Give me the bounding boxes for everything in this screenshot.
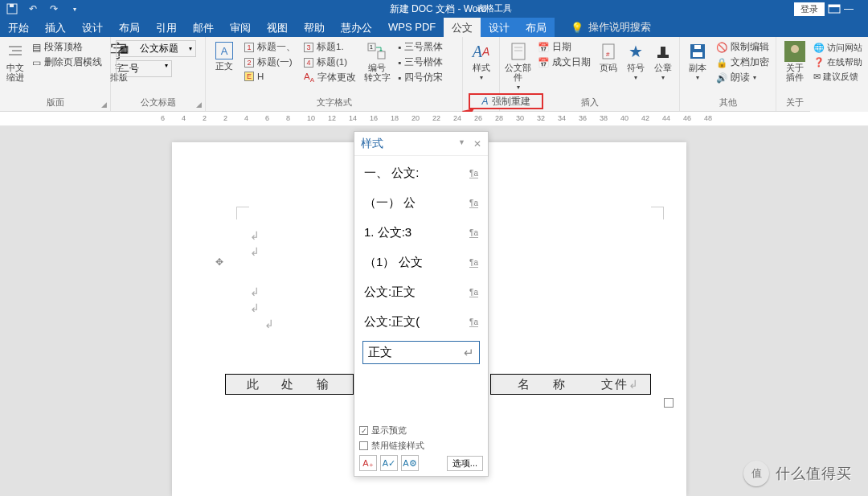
tab-huibangong[interactable]: 慧办公 (333, 18, 380, 37)
font-hei3-button[interactable]: ▪三号黑体 (396, 40, 444, 54)
style-item[interactable]: 公文:正文¶a (362, 281, 480, 303)
force-rebuild-button[interactable]: A 强制重建 (469, 93, 543, 109)
font-fang4-button[interactable]: ▪四号仿宋 (396, 71, 444, 84)
issue-date-button[interactable]: 📅成文日期 (536, 55, 592, 69)
minimize-icon[interactable]: — (844, 3, 863, 14)
globe-icon: 🌐 (813, 43, 825, 53)
body-text-button[interactable]: A 正文 (211, 40, 238, 71)
page-number-button[interactable]: # 页码 (597, 40, 620, 72)
table-resize-handle[interactable] (664, 398, 674, 408)
gw-title-dropdown[interactable]: ▦公文标题▾ (116, 40, 196, 57)
gw-parts-button[interactable]: 公文部件▾ (505, 40, 531, 91)
heading-paren1n-button[interactable]: 4标题(1) (302, 55, 358, 69)
table-cell-mid[interactable]: 名 称 (490, 374, 595, 395)
table-cell-right[interactable]: 文件↲ (595, 374, 651, 395)
show-preview-checkbox[interactable]: ✓显示预览 (359, 424, 483, 437)
table-move-handle[interactable]: ✥ (215, 256, 223, 268)
close-icon[interactable]: ✕ (473, 138, 481, 150)
h-highlight-button[interactable]: EH (243, 71, 297, 82)
style-item[interactable]: 一、 公文:¶a (362, 162, 480, 184)
avatar-icon (784, 42, 806, 61)
tab-mailings[interactable]: 邮件 (185, 18, 222, 37)
about-label: 关于 插件 (786, 63, 804, 82)
qat-save-icon[interactable] (5, 2, 19, 15)
encrypt-button[interactable]: 🔒文档加密 (714, 55, 771, 69)
ribbon-options-icon[interactable] (828, 4, 841, 14)
tab-references[interactable]: 引用 (148, 18, 185, 37)
style-item[interactable]: （1） 公文¶a (362, 252, 480, 273)
style-item[interactable]: （一） 公¶a (362, 192, 480, 214)
dot-icon: ▪ (398, 73, 401, 83)
style-inspector-button[interactable]: A✓ (380, 455, 398, 471)
about-plugin-button[interactable]: 关于 插件 (781, 40, 808, 82)
group-text-format: A 正文 1标题一、 2标题(一) EH 3标题1. 4标题(1) AA字体更改… (206, 37, 463, 111)
style-item[interactable]: 公文:正文(¶a (362, 311, 480, 333)
heading-paren1-button[interactable]: 2标题(一) (243, 55, 297, 69)
styles-button[interactable]: AA 样式 ▾ (468, 40, 494, 81)
online-help-link[interactable]: ❓在线帮助 (813, 56, 862, 68)
new-style-button[interactable]: A₊ (359, 455, 377, 471)
right-rail: 🌐访问网站 ❓在线帮助 ✉建议反馈 (810, 37, 868, 112)
chinese-indent-button[interactable]: 中文 缩进 (5, 40, 26, 82)
tab-table-layout[interactable]: 布局 (518, 18, 555, 37)
font-icon: AA (304, 72, 314, 84)
feedback-link[interactable]: ✉建议反馈 (813, 71, 858, 83)
numbering-convert-button[interactable]: 1 编号 转文字 (362, 40, 391, 82)
font-size-dropdown[interactable]: 二号▾ (116, 60, 172, 77)
paragraph-top-button[interactable]: ▤段落顶格 (31, 40, 104, 54)
group-other: 副本▾ 🚫限制编辑 🔒文档加密 🔊朗读▾ 其他 (680, 37, 776, 111)
manage-styles-button[interactable]: A⚙ (401, 455, 419, 471)
body-label: 正文 (215, 61, 233, 71)
heading-1dot-button[interactable]: 3标题1. (302, 40, 358, 54)
convert-label: 编号 转文字 (364, 63, 391, 82)
visit-site-link[interactable]: 🌐访问网站 (813, 42, 862, 54)
style-item[interactable]: 1. 公文:3¶a (362, 222, 480, 244)
seal-button[interactable]: 公章▾ (652, 40, 674, 81)
qat-dropdown-icon[interactable]: ▾ (68, 2, 82, 15)
symbol-button[interactable]: ★ 符号▾ (624, 40, 647, 81)
heading-1-button[interactable]: 1标题一、 (243, 40, 297, 54)
paragraph-mark: ↲ (250, 229, 260, 243)
seal-label: 公章 (654, 63, 672, 72)
tab-home[interactable]: 开始 (0, 18, 37, 37)
restrict-edit-button[interactable]: 🚫限制编辑 (714, 40, 771, 54)
tab-design[interactable]: 设计 (74, 18, 111, 37)
tab-view[interactable]: 视图 (259, 18, 296, 37)
horizontal-ruler[interactable]: 6422468101214161820222426283032343638404… (0, 112, 868, 126)
options-button[interactable]: 选项... (447, 456, 483, 471)
tab-insert[interactable]: 插入 (37, 18, 74, 37)
group-label-title: 公文标题 (141, 97, 176, 107)
tab-review[interactable]: 审阅 (222, 18, 259, 37)
star-icon: ★ (624, 42, 647, 61)
group-label-layout: 版面 (47, 97, 64, 107)
svg-rect-9 (378, 51, 385, 59)
copy-button[interactable]: 副本▾ (685, 40, 710, 81)
svg-text:#: # (606, 51, 610, 58)
remove-header-line-button[interactable]: ▭删除页眉横线 (31, 55, 104, 69)
tab-layout[interactable]: 布局 (111, 18, 148, 37)
tab-table-design[interactable]: 设计 (481, 18, 518, 37)
qat-undo-icon[interactable]: ↶ (26, 2, 40, 15)
read-aloud-button[interactable]: 🔊朗读▾ (714, 71, 771, 84)
launcher-icon[interactable]: ◢ (101, 100, 107, 109)
font-change-button[interactable]: AA字体更改 (302, 71, 358, 84)
style-item-selected[interactable]: 正文↵ (362, 341, 480, 364)
qat-redo-icon[interactable]: ↷ (47, 2, 61, 15)
chevron-down-icon: ▾ (480, 74, 483, 81)
group-page-layout: 中文 缩进 ▤段落顶格 ▭删除页眉横线 字 字 排版 版面◢ (0, 37, 111, 111)
titlebar: ↶ ↷ ▾ 新建 DOC 文档 - Word 表格工具 登录 — (0, 0, 868, 18)
symbol-label: 符号 (627, 63, 645, 72)
pane-dropdown-icon[interactable]: ▼ (458, 138, 465, 150)
speaker-icon: 🔊 (716, 72, 727, 84)
tab-wpspdf[interactable]: WPS PDF (380, 18, 444, 37)
group-label-insert: 插入 (581, 97, 599, 107)
table-cell-left[interactable]: 此 处 输 (225, 374, 354, 395)
launcher-icon[interactable]: ◢ (196, 100, 202, 109)
font-kai3-button[interactable]: ▪三号楷体 (396, 55, 444, 69)
tab-gongwen[interactable]: 公文 (444, 18, 481, 37)
login-button[interactable]: 登录 (794, 2, 825, 16)
disable-linked-checkbox[interactable]: 禁用链接样式 (359, 440, 483, 452)
tell-me-search[interactable]: 💡 操作说明搜索 (571, 18, 651, 37)
date-button[interactable]: 📅日期 (536, 40, 592, 54)
tab-help[interactable]: 帮助 (296, 18, 333, 37)
